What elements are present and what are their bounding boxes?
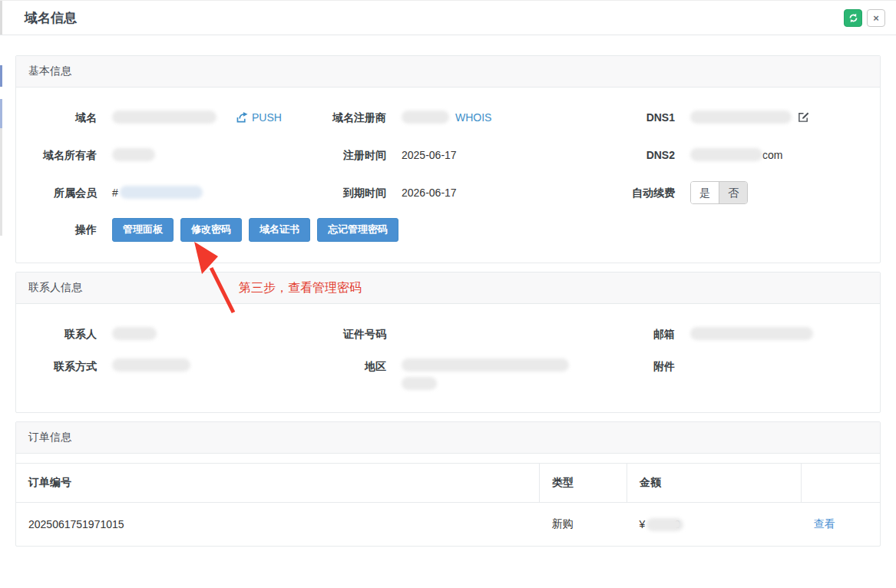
type-header: 类型 [540,464,627,503]
owner-value-redacted [112,148,155,161]
edge-segment [0,65,2,87]
contact-row-1: 联系人 证件号码 邮箱 [16,315,880,352]
owner-label: 域名所有者 [16,147,97,163]
basic-info-panel: 基本信息 域名 PU [15,55,881,263]
refresh-icon [848,13,858,23]
basic-info-title: 基本信息 [16,56,880,88]
field-expire-time: 到期时间 2026-06-17 [332,185,607,200]
field-domain: 域名 PUSH [16,110,332,125]
order-no-cell: 2025061751971015 [16,503,540,547]
field-reg-time: 注册时间 2025-06-17 [332,147,607,163]
field-dns1: DNS1 [607,110,880,125]
refresh-button[interactable] [844,9,862,27]
registrar-label: 域名注册商 [332,110,386,125]
action-header [802,464,880,503]
dns2-label: DNS2 [607,147,675,163]
auto-renew-no[interactable]: 否 [719,182,747,203]
edge-segment [0,128,2,236]
region-value-redacted [402,358,569,372]
forgot-password-button[interactable]: 忘记管理密码 [317,218,398,241]
field-member: 所属会员 # [16,185,332,200]
dns2-value-redacted [690,148,762,161]
auto-renew-label: 自动续费 [607,185,675,200]
phone-label: 联系方式 [16,358,97,374]
field-actions: 操作 管理面板 修改密码 域名证书 忘记管理密码 [16,218,880,241]
field-contact: 联系人 [16,326,332,342]
modal-header: 域名信息 × [0,1,896,35]
whois-link[interactable]: WHOIS [455,111,491,124]
field-auto-renew: 自动续费 是 否 [607,181,880,204]
close-icon: × [873,13,879,23]
auto-renew-yes[interactable]: 是 [691,182,719,203]
change-password-button[interactable]: 修改密码 [180,218,242,241]
order-type-cell: 新购 [540,503,627,547]
manage-panel-button[interactable]: 管理面板 [112,218,174,241]
background-page-edge [0,1,3,588]
push-link[interactable]: PUSH [236,111,282,124]
order-info-title: 订单信息 [16,422,880,454]
id-label: 证件号码 [332,326,386,342]
domain-certificate-button[interactable]: 域名证书 [249,218,310,241]
registrar-value-redacted [402,111,449,124]
order-table-row: 2025061751971015 新购 ¥ 0 查看 [16,503,880,547]
member-value-redacted [120,186,203,199]
contact-value-redacted [112,327,157,340]
email-label: 邮箱 [607,326,675,342]
field-phone: 联系方式 [16,358,332,374]
region-value-redacted-line2 [402,377,437,390]
push-icon [236,112,248,123]
contact-label: 联系人 [16,326,97,342]
field-email: 邮箱 [607,326,880,342]
contact-row-2: 联系方式 地区 附件 [16,352,880,398]
action-label: 操作 [16,222,97,237]
field-dns2: DNS2 com [607,147,880,163]
phone-value-redacted [112,358,190,372]
auto-renew-toggle: 是 否 [690,181,748,204]
email-value-redacted [690,327,813,340]
table-gap [16,454,880,464]
region-label: 地区 [332,358,386,374]
edge-segment [0,99,2,128]
modal-body: 基本信息 域名 PU [0,35,896,547]
header-buttons: × [844,9,885,27]
basic-row-2: 域名所有者 注册时间 2025-06-17 DNS2 com [16,136,880,173]
dns1-value-redacted [690,111,792,124]
order-amount-cell: ¥ 0 [627,503,801,547]
expire-label: 到期时间 [332,185,386,200]
order-table: 订单编号 类型 金额 2025061751971015 新购 ¥ [16,464,880,546]
reg-time-value: 2025-06-17 [402,149,457,161]
attachment-label: 附件 [607,358,675,374]
basic-row-actions: 操作 管理面板 修改密码 域名证书 忘记管理密码 [16,211,880,249]
field-id-number: 证件号码 [332,326,607,342]
modal-title: 域名信息 [25,9,77,27]
contact-info-body: 联系人 证件号码 邮箱 联系方式 [16,304,880,412]
dns1-label: DNS1 [607,110,675,125]
contact-info-panel: 联系人信息 联系人 证件号码 邮箱 [15,272,881,413]
member-prefix: # [112,187,118,199]
field-owner: 域名所有者 [16,147,332,163]
amount-value-redacted [646,518,683,531]
field-registrar: 域名注册商 WHOIS [332,110,607,125]
amount-header: 金额 [627,464,801,503]
order-action-cell: 查看 [802,503,880,547]
domain-value-redacted [112,111,217,124]
edit-icon [798,111,809,123]
order-info-panel: 订单信息 订单编号 类型 金额 2025061751971015 新购 [15,421,881,547]
basic-info-body: 域名 PUSH [16,88,880,263]
domain-label: 域名 [16,110,97,125]
reg-time-label: 注册时间 [332,147,386,163]
domain-info-modal: 域名信息 × 基本信息 域名 [0,0,896,588]
expire-value: 2026-06-17 [402,187,457,199]
close-button[interactable]: × [867,9,885,27]
basic-row-3: 所属会员 # 到期时间 2026-06-17 自动续费 是 [16,173,880,211]
order-no-header: 订单编号 [16,464,540,503]
field-region: 地区 [332,358,607,390]
contact-info-title: 联系人信息 [16,273,880,304]
dns2-suffix: com [762,149,782,161]
amount-currency: ¥ [639,518,645,530]
basic-row-1: 域名 PUSH [16,98,880,136]
field-attachment: 附件 [607,358,880,374]
push-label: PUSH [252,111,282,124]
view-order-link[interactable]: 查看 [814,517,835,531]
dns1-edit-button[interactable] [798,111,809,123]
